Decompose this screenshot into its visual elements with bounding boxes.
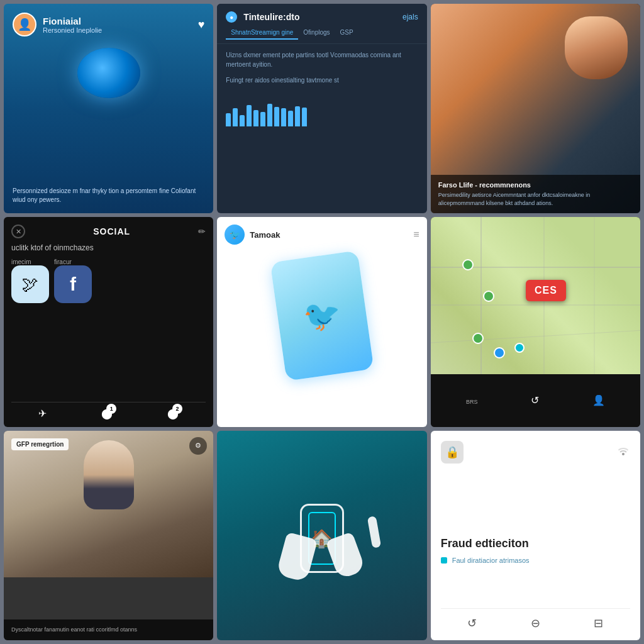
nav-minus-icon[interactable]: ⊖ [531,616,540,630]
app-subtitle: Rersonied Ineplolie [43,26,192,34]
gfp-badge: GFP remegrtion [11,438,69,450]
tab-gsp[interactable]: GSP [335,26,358,40]
edit-icon[interactable]: ✏ [198,226,206,236]
face-recognition-desc: Dyscaltnotar fanamutin eanot rati ccorit… [11,626,206,634]
map-bottom-nav: BRS ↺ 👤 [431,374,640,426]
menu-icon[interactable]: ≡ [413,229,419,240]
bar-chart [226,91,418,129]
badge-count: 1 [106,404,116,414]
fraud-title: Fraud edtieciton [441,537,630,550]
wifi-icon [616,445,630,458]
nav-badge-1[interactable]: 1⬤ [101,408,113,419]
fraud-description: Faul diratiacior atrimasos [452,557,530,564]
nav-send[interactable]: ✈ [38,408,47,419]
svg-line-5 [431,330,640,343]
orb-decoration [77,48,140,98]
hands-phone-graphic: 🏠 [300,504,344,567]
bar-item [274,107,279,126]
nav-icon-refresh[interactable]: ↺ [531,394,539,406]
cell-phone-scan: 🏠 [217,431,426,640]
twitter-avatar: 🐦 [225,225,245,245]
bar-item [247,105,252,126]
hand-left [276,532,318,583]
finger-pointing [367,516,381,548]
video-overlay: Farso Llife - recommnenons Persimedility… [431,175,640,213]
bar-item [240,115,245,126]
video-description: Persimedility aetisrce Aicemmntant anfor… [438,191,633,207]
teal-indicator [441,557,447,564]
bar-item [233,108,238,126]
face-simulation [565,16,628,79]
app-sub-title: ejals [402,13,418,21]
face-recognition-overlay: Dyscaltnotar fanamutin eanot rati ccorit… [4,619,213,640]
facebook-icon[interactable]: f [54,265,92,303]
nav-brs[interactable]: BRS [466,395,478,406]
nav-badge-2[interactable]: 2⬤ [167,408,179,419]
close-button[interactable]: ✕ [11,225,25,238]
social-label: SOCIAL [93,226,130,236]
cell-financial: 👤 Fioniaial Rersonied Ineplolie ♥ Person… [4,4,213,213]
bar-item [288,111,293,126]
nav-brs-label: BRS [466,399,478,405]
bar-description: Fuingt rer aidos oinestialting tavtmone … [226,75,418,85]
cell-map: CES BRS ↺ 👤 [431,217,640,426]
cell-streaming: ● Tinteulire:dto ejals ShnatnStreamign g… [217,4,426,213]
person-shape [84,440,134,509]
bar-item [226,113,231,126]
nav-grid-icon[interactable]: ⊟ [594,616,603,630]
cell-video: Farso Llife - recommnenons Persimedility… [431,4,640,213]
twitter-bird-icon: 🐦 [301,296,343,336]
cell-twitter: 🐦 Tamoak ≡ 🐦 [217,217,426,426]
badge-count-2: 2 [172,404,182,414]
app-title: Tinteulire:dto [243,12,299,22]
app2-label: firacur [54,258,92,265]
app-logo: ● [226,11,237,23]
bar-item [260,112,265,126]
tab-streaming[interactable]: ShnatnStreamign gine [226,26,298,40]
content-description: Uizns dxmer ement pote partins tootl Vco… [226,50,418,69]
cell-fraud-detection: 🔒 Fraud edtieciton Faul diratiacior atri… [431,431,640,640]
bar-item [253,110,258,126]
app1-label: imecim [11,258,49,265]
bar-item [295,106,300,126]
tab-ofinplogs[interactable]: Ofinplogs [298,26,335,40]
heart-icon[interactable]: ♥ [198,18,205,31]
description-text: Personnized desioze m fnar thyky tion a … [13,187,204,204]
twitter-icon[interactable]: 🕊 [11,265,49,303]
video-title: Farso Llife - recommnenons [438,181,633,189]
map-dot-green-3 [472,333,484,344]
bar-item [267,104,272,126]
fraud-bottom-nav: ↺ ⊖ ⊟ [441,608,630,630]
bar-item [302,108,307,126]
map-dot-green-2 [483,291,494,302]
social-subtitle: uclitk ktof of oinmchazes [11,243,206,252]
phone-card: 🐦 [270,251,374,382]
avatar: 👤 [13,13,36,36]
app-title: Fioniaial [43,16,192,26]
cell-social: ✕ SOCIAL ✏ uclitk ktof of oinmchazes ime… [4,217,213,426]
fraud-icon-box: 🔒 [441,441,464,464]
nav-refresh-icon[interactable]: ↺ [467,616,477,630]
map-dot-blue [494,347,505,358]
ces-badge: CES [526,280,566,301]
map-dot-green [462,259,474,270]
nav-icon-user[interactable]: 👤 [592,394,605,406]
gfp-settings-icon[interactable]: ⚙ [189,437,207,455]
bar-item [281,108,286,126]
cell-face-recognition: GFP remegrtion ⚙ Dyscaltnotar fanamutin … [4,431,213,640]
twitter-name: Tamoak [250,230,413,240]
